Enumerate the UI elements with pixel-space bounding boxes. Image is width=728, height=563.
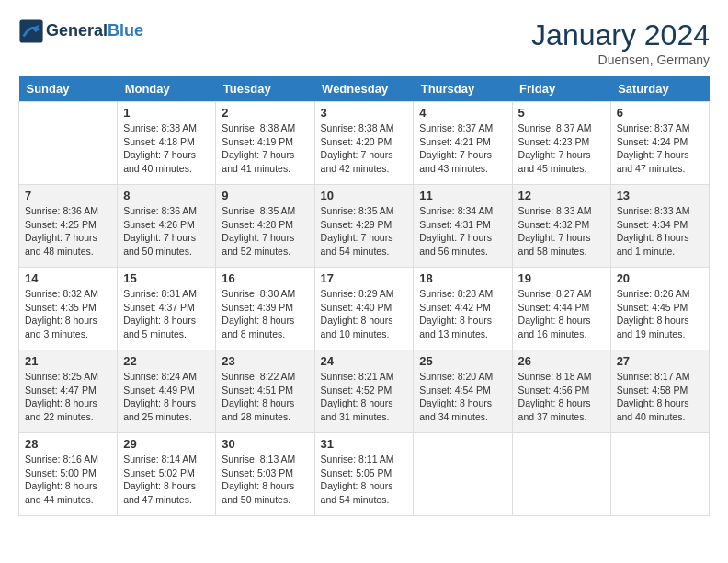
day-number: 25 [419,354,506,368]
column-header-wednesday: Wednesday [314,76,414,102]
day-info: Sunrise: 8:22 AMSunset: 4:51 PMDaylight:… [222,370,308,424]
calendar-cell: 11Sunrise: 8:34 AMSunset: 4:31 PMDayligh… [414,185,512,268]
column-header-tuesday: Tuesday [216,76,314,102]
calendar-cell [512,433,610,516]
page-header: GeneralBlue January 2024 Duensen, German… [18,18,710,67]
calendar-cell: 19Sunrise: 8:27 AMSunset: 4:44 PMDayligh… [512,268,610,350]
logo: GeneralBlue [18,18,143,44]
calendar-cell: 25Sunrise: 8:20 AMSunset: 4:54 PMDayligh… [414,350,512,433]
calendar-cell: 14Sunrise: 8:32 AMSunset: 4:35 PMDayligh… [19,268,118,350]
day-number: 26 [518,354,605,368]
day-info: Sunrise: 8:27 AMSunset: 4:44 PMDaylight:… [518,287,605,341]
week-row-2: 7Sunrise: 8:36 AMSunset: 4:25 PMDaylight… [19,185,710,268]
day-number: 1 [123,106,210,120]
day-number: 9 [222,189,308,202]
day-info: Sunrise: 8:20 AMSunset: 4:54 PMDaylight:… [419,370,506,424]
column-header-monday: Monday [118,76,216,102]
column-header-thursday: Thursday [414,76,512,102]
day-number: 19 [518,271,605,285]
calendar-cell: 9Sunrise: 8:35 AMSunset: 4:28 PMDaylight… [216,185,314,268]
calendar-cell: 13Sunrise: 8:33 AMSunset: 4:34 PMDayligh… [610,185,709,268]
logo-line2: Blue [108,21,143,40]
day-info: Sunrise: 8:24 AMSunset: 4:49 PMDaylight:… [123,370,210,424]
day-info: Sunrise: 8:32 AMSunset: 4:35 PMDaylight:… [25,287,111,341]
calendar-cell: 17Sunrise: 8:29 AMSunset: 4:40 PMDayligh… [314,268,414,350]
day-info: Sunrise: 8:35 AMSunset: 4:28 PMDaylight:… [222,204,308,259]
day-number: 7 [25,189,111,202]
calendar-cell: 26Sunrise: 8:18 AMSunset: 4:56 PMDayligh… [512,350,610,433]
day-number: 14 [25,271,111,285]
calendar-cell: 16Sunrise: 8:30 AMSunset: 4:39 PMDayligh… [216,268,314,350]
calendar-cell [610,433,709,516]
column-header-friday: Friday [512,76,610,102]
calendar-header-row: SundayMondayTuesdayWednesdayThursdayFrid… [19,76,710,102]
day-info: Sunrise: 8:31 AMSunset: 4:37 PMDaylight:… [123,287,210,341]
calendar-cell: 23Sunrise: 8:22 AMSunset: 4:51 PMDayligh… [216,350,314,433]
day-info: Sunrise: 8:36 AMSunset: 4:26 PMDaylight:… [123,204,210,259]
calendar-cell: 21Sunrise: 8:25 AMSunset: 4:47 PMDayligh… [19,350,118,433]
day-number: 31 [321,437,408,451]
svg-rect-0 [19,19,42,42]
day-info: Sunrise: 8:14 AMSunset: 5:02 PMDaylight:… [123,453,210,507]
calendar-cell: 2Sunrise: 8:38 AMSunset: 4:19 PMDaylight… [216,102,314,185]
logo-line1: General [46,21,108,40]
calendar-cell [414,433,512,516]
day-info: Sunrise: 8:33 AMSunset: 4:32 PMDaylight:… [518,204,605,259]
calendar-cell: 7Sunrise: 8:36 AMSunset: 4:25 PMDaylight… [19,185,118,268]
day-info: Sunrise: 8:33 AMSunset: 4:34 PMDaylight:… [617,204,703,259]
day-number: 28 [25,437,111,451]
day-info: Sunrise: 8:35 AMSunset: 4:29 PMDaylight:… [321,204,408,259]
column-header-sunday: Sunday [19,76,118,102]
day-number: 22 [123,354,210,368]
day-info: Sunrise: 8:38 AMSunset: 4:20 PMDaylight:… [321,121,408,176]
day-number: 11 [419,189,506,202]
day-number: 29 [123,437,210,451]
column-header-saturday: Saturday [610,76,709,102]
day-number: 20 [617,271,703,285]
day-info: Sunrise: 8:13 AMSunset: 5:03 PMDaylight:… [222,453,308,507]
day-info: Sunrise: 8:38 AMSunset: 4:19 PMDaylight:… [222,121,308,176]
day-info: Sunrise: 8:26 AMSunset: 4:45 PMDaylight:… [617,287,703,341]
calendar-cell: 27Sunrise: 8:17 AMSunset: 4:58 PMDayligh… [610,350,709,433]
day-number: 16 [222,271,308,285]
calendar-cell: 8Sunrise: 8:36 AMSunset: 4:26 PMDaylight… [118,185,216,268]
day-info: Sunrise: 8:30 AMSunset: 4:39 PMDaylight:… [222,287,308,341]
day-number: 10 [321,189,408,202]
day-number: 27 [617,354,703,368]
day-number: 4 [419,106,506,120]
calendar-cell: 30Sunrise: 8:13 AMSunset: 5:03 PMDayligh… [216,433,314,516]
day-number: 17 [321,271,408,285]
calendar-cell: 6Sunrise: 8:37 AMSunset: 4:24 PMDaylight… [610,102,709,185]
day-info: Sunrise: 8:11 AMSunset: 5:05 PMDaylight:… [321,453,408,507]
calendar-table: SundayMondayTuesdayWednesdayThursdayFrid… [18,76,710,516]
calendar-cell: 10Sunrise: 8:35 AMSunset: 4:29 PMDayligh… [314,185,414,268]
day-number: 8 [123,189,210,202]
day-number: 2 [222,106,308,120]
day-info: Sunrise: 8:17 AMSunset: 4:58 PMDaylight:… [617,370,703,424]
calendar-cell: 28Sunrise: 8:16 AMSunset: 5:00 PMDayligh… [19,433,118,516]
day-info: Sunrise: 8:38 AMSunset: 4:18 PMDaylight:… [123,121,210,176]
day-info: Sunrise: 8:18 AMSunset: 4:56 PMDaylight:… [518,370,605,424]
day-number: 23 [222,354,308,368]
day-number: 3 [321,106,408,120]
day-info: Sunrise: 8:16 AMSunset: 5:00 PMDaylight:… [25,453,111,507]
day-info: Sunrise: 8:29 AMSunset: 4:40 PMDaylight:… [321,287,408,341]
calendar-cell: 1Sunrise: 8:38 AMSunset: 4:18 PMDaylight… [118,102,216,185]
logo-text: GeneralBlue [46,22,143,40]
calendar-cell: 18Sunrise: 8:28 AMSunset: 4:42 PMDayligh… [414,268,512,350]
calendar-cell: 3Sunrise: 8:38 AMSunset: 4:20 PMDaylight… [314,102,414,185]
day-number: 30 [222,437,308,451]
calendar-cell: 31Sunrise: 8:11 AMSunset: 5:05 PMDayligh… [314,433,414,516]
week-row-1: 1Sunrise: 8:38 AMSunset: 4:18 PMDaylight… [19,102,710,185]
month-title: January 2024 [531,18,710,52]
calendar-cell: 29Sunrise: 8:14 AMSunset: 5:02 PMDayligh… [118,433,216,516]
calendar-cell: 22Sunrise: 8:24 AMSunset: 4:49 PMDayligh… [118,350,216,433]
calendar-cell: 12Sunrise: 8:33 AMSunset: 4:32 PMDayligh… [512,185,610,268]
week-row-3: 14Sunrise: 8:32 AMSunset: 4:35 PMDayligh… [19,268,710,350]
day-number: 21 [25,354,111,368]
calendar-cell: 24Sunrise: 8:21 AMSunset: 4:52 PMDayligh… [314,350,414,433]
day-info: Sunrise: 8:36 AMSunset: 4:25 PMDaylight:… [25,204,111,259]
day-info: Sunrise: 8:34 AMSunset: 4:31 PMDaylight:… [419,204,506,259]
day-info: Sunrise: 8:25 AMSunset: 4:47 PMDaylight:… [25,370,111,424]
week-row-4: 21Sunrise: 8:25 AMSunset: 4:47 PMDayligh… [19,350,710,433]
